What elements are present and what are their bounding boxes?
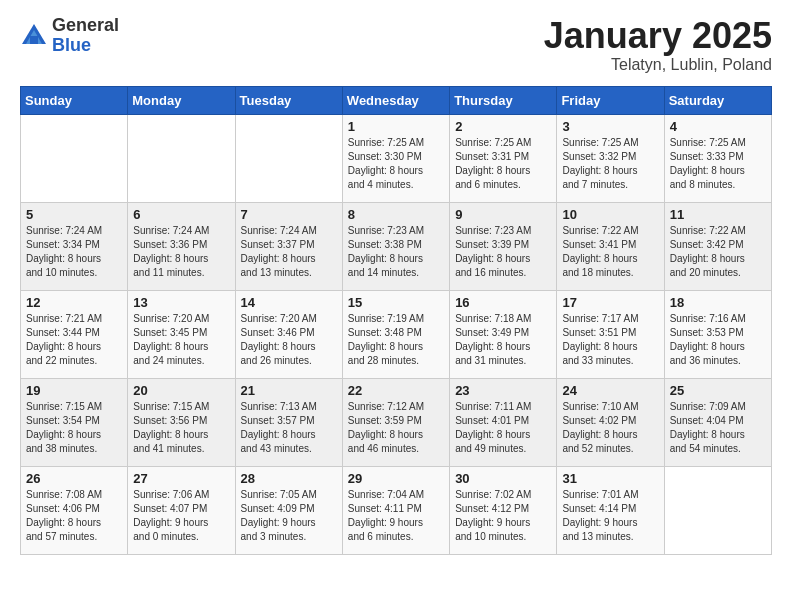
- day-number: 17: [562, 295, 658, 310]
- day-number: 25: [670, 383, 766, 398]
- cell-content: Sunrise: 7:16 AM Sunset: 3:53 PM Dayligh…: [670, 312, 766, 368]
- cell-content: Sunrise: 7:02 AM Sunset: 4:12 PM Dayligh…: [455, 488, 551, 544]
- day-number: 22: [348, 383, 444, 398]
- calendar-cell: 9Sunrise: 7:23 AM Sunset: 3:39 PM Daylig…: [450, 202, 557, 290]
- cell-content: Sunrise: 7:25 AM Sunset: 3:31 PM Dayligh…: [455, 136, 551, 192]
- cell-content: Sunrise: 7:22 AM Sunset: 3:42 PM Dayligh…: [670, 224, 766, 280]
- svg-rect-2: [30, 36, 38, 44]
- cell-content: Sunrise: 7:23 AM Sunset: 3:39 PM Dayligh…: [455, 224, 551, 280]
- calendar-cell: 31Sunrise: 7:01 AM Sunset: 4:14 PM Dayli…: [557, 466, 664, 554]
- week-row-2: 5Sunrise: 7:24 AM Sunset: 3:34 PM Daylig…: [21, 202, 772, 290]
- header-cell-thursday: Thursday: [450, 86, 557, 114]
- logo-blue: Blue: [52, 35, 91, 55]
- calendar-cell: 21Sunrise: 7:13 AM Sunset: 3:57 PM Dayli…: [235, 378, 342, 466]
- day-number: 31: [562, 471, 658, 486]
- cell-content: Sunrise: 7:10 AM Sunset: 4:02 PM Dayligh…: [562, 400, 658, 456]
- day-number: 24: [562, 383, 658, 398]
- header-cell-sunday: Sunday: [21, 86, 128, 114]
- day-number: 15: [348, 295, 444, 310]
- calendar-table: SundayMondayTuesdayWednesdayThursdayFrid…: [20, 86, 772, 555]
- calendar-cell: 26Sunrise: 7:08 AM Sunset: 4:06 PM Dayli…: [21, 466, 128, 554]
- header: General Blue January 2025 Telatyn, Lubli…: [20, 16, 772, 74]
- cell-content: Sunrise: 7:09 AM Sunset: 4:04 PM Dayligh…: [670, 400, 766, 456]
- cell-content: Sunrise: 7:11 AM Sunset: 4:01 PM Dayligh…: [455, 400, 551, 456]
- calendar-cell: [235, 114, 342, 202]
- cell-content: Sunrise: 7:24 AM Sunset: 3:36 PM Dayligh…: [133, 224, 229, 280]
- header-cell-friday: Friday: [557, 86, 664, 114]
- calendar-cell: 25Sunrise: 7:09 AM Sunset: 4:04 PM Dayli…: [664, 378, 771, 466]
- day-number: 30: [455, 471, 551, 486]
- calendar-cell: 2Sunrise: 7:25 AM Sunset: 3:31 PM Daylig…: [450, 114, 557, 202]
- day-number: 23: [455, 383, 551, 398]
- day-number: 11: [670, 207, 766, 222]
- calendar-cell: 17Sunrise: 7:17 AM Sunset: 3:51 PM Dayli…: [557, 290, 664, 378]
- calendar-cell: 11Sunrise: 7:22 AM Sunset: 3:42 PM Dayli…: [664, 202, 771, 290]
- day-number: 27: [133, 471, 229, 486]
- day-number: 20: [133, 383, 229, 398]
- day-number: 7: [241, 207, 337, 222]
- day-number: 9: [455, 207, 551, 222]
- calendar-cell: 7Sunrise: 7:24 AM Sunset: 3:37 PM Daylig…: [235, 202, 342, 290]
- day-number: 18: [670, 295, 766, 310]
- logo-icon: [20, 22, 48, 50]
- logo: General Blue: [20, 16, 119, 56]
- week-row-3: 12Sunrise: 7:21 AM Sunset: 3:44 PM Dayli…: [21, 290, 772, 378]
- day-number: 8: [348, 207, 444, 222]
- calendar-cell: 10Sunrise: 7:22 AM Sunset: 3:41 PM Dayli…: [557, 202, 664, 290]
- calendar-cell: 27Sunrise: 7:06 AM Sunset: 4:07 PM Dayli…: [128, 466, 235, 554]
- calendar-cell: 5Sunrise: 7:24 AM Sunset: 3:34 PM Daylig…: [21, 202, 128, 290]
- cell-content: Sunrise: 7:17 AM Sunset: 3:51 PM Dayligh…: [562, 312, 658, 368]
- calendar-cell: [21, 114, 128, 202]
- cell-content: Sunrise: 7:24 AM Sunset: 3:34 PM Dayligh…: [26, 224, 122, 280]
- calendar-cell: 28Sunrise: 7:05 AM Sunset: 4:09 PM Dayli…: [235, 466, 342, 554]
- calendar-cell: 12Sunrise: 7:21 AM Sunset: 3:44 PM Dayli…: [21, 290, 128, 378]
- day-number: 1: [348, 119, 444, 134]
- calendar-cell: 19Sunrise: 7:15 AM Sunset: 3:54 PM Dayli…: [21, 378, 128, 466]
- header-row: SundayMondayTuesdayWednesdayThursdayFrid…: [21, 86, 772, 114]
- calendar-cell: 1Sunrise: 7:25 AM Sunset: 3:30 PM Daylig…: [342, 114, 449, 202]
- calendar-cell: 8Sunrise: 7:23 AM Sunset: 3:38 PM Daylig…: [342, 202, 449, 290]
- logo-text: General Blue: [52, 16, 119, 56]
- day-number: 28: [241, 471, 337, 486]
- day-number: 2: [455, 119, 551, 134]
- calendar-cell: 13Sunrise: 7:20 AM Sunset: 3:45 PM Dayli…: [128, 290, 235, 378]
- calendar-cell: 24Sunrise: 7:10 AM Sunset: 4:02 PM Dayli…: [557, 378, 664, 466]
- day-number: 26: [26, 471, 122, 486]
- header-cell-wednesday: Wednesday: [342, 86, 449, 114]
- calendar-cell: [128, 114, 235, 202]
- day-number: 10: [562, 207, 658, 222]
- calendar-cell: 6Sunrise: 7:24 AM Sunset: 3:36 PM Daylig…: [128, 202, 235, 290]
- day-number: 19: [26, 383, 122, 398]
- cell-content: Sunrise: 7:15 AM Sunset: 3:56 PM Dayligh…: [133, 400, 229, 456]
- day-number: 29: [348, 471, 444, 486]
- cell-content: Sunrise: 7:08 AM Sunset: 4:06 PM Dayligh…: [26, 488, 122, 544]
- cell-content: Sunrise: 7:19 AM Sunset: 3:48 PM Dayligh…: [348, 312, 444, 368]
- calendar-cell: 3Sunrise: 7:25 AM Sunset: 3:32 PM Daylig…: [557, 114, 664, 202]
- calendar-title: January 2025: [544, 16, 772, 56]
- calendar-cell: 22Sunrise: 7:12 AM Sunset: 3:59 PM Dayli…: [342, 378, 449, 466]
- title-block: January 2025 Telatyn, Lublin, Poland: [544, 16, 772, 74]
- day-number: 14: [241, 295, 337, 310]
- cell-content: Sunrise: 7:22 AM Sunset: 3:41 PM Dayligh…: [562, 224, 658, 280]
- cell-content: Sunrise: 7:21 AM Sunset: 3:44 PM Dayligh…: [26, 312, 122, 368]
- cell-content: Sunrise: 7:15 AM Sunset: 3:54 PM Dayligh…: [26, 400, 122, 456]
- calendar-cell: 14Sunrise: 7:20 AM Sunset: 3:46 PM Dayli…: [235, 290, 342, 378]
- calendar-cell: [664, 466, 771, 554]
- calendar-body: 1Sunrise: 7:25 AM Sunset: 3:30 PM Daylig…: [21, 114, 772, 554]
- week-row-5: 26Sunrise: 7:08 AM Sunset: 4:06 PM Dayli…: [21, 466, 772, 554]
- cell-content: Sunrise: 7:25 AM Sunset: 3:33 PM Dayligh…: [670, 136, 766, 192]
- page: General Blue January 2025 Telatyn, Lubli…: [0, 0, 792, 571]
- cell-content: Sunrise: 7:24 AM Sunset: 3:37 PM Dayligh…: [241, 224, 337, 280]
- cell-content: Sunrise: 7:20 AM Sunset: 3:45 PM Dayligh…: [133, 312, 229, 368]
- day-number: 12: [26, 295, 122, 310]
- calendar-header: SundayMondayTuesdayWednesdayThursdayFrid…: [21, 86, 772, 114]
- calendar-cell: 20Sunrise: 7:15 AM Sunset: 3:56 PM Dayli…: [128, 378, 235, 466]
- calendar-subtitle: Telatyn, Lublin, Poland: [544, 56, 772, 74]
- week-row-4: 19Sunrise: 7:15 AM Sunset: 3:54 PM Dayli…: [21, 378, 772, 466]
- day-number: 4: [670, 119, 766, 134]
- cell-content: Sunrise: 7:05 AM Sunset: 4:09 PM Dayligh…: [241, 488, 337, 544]
- cell-content: Sunrise: 7:23 AM Sunset: 3:38 PM Dayligh…: [348, 224, 444, 280]
- cell-content: Sunrise: 7:04 AM Sunset: 4:11 PM Dayligh…: [348, 488, 444, 544]
- calendar-cell: 15Sunrise: 7:19 AM Sunset: 3:48 PM Dayli…: [342, 290, 449, 378]
- cell-content: Sunrise: 7:12 AM Sunset: 3:59 PM Dayligh…: [348, 400, 444, 456]
